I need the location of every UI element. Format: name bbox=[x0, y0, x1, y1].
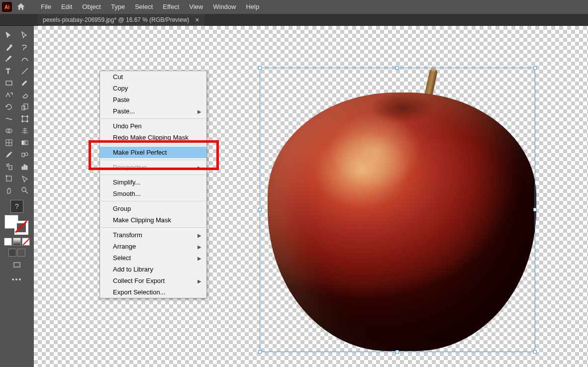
ctx-paste[interactable]: Paste bbox=[100, 94, 206, 105]
chevron-right-icon: ▶ bbox=[197, 108, 201, 114]
scale-tool[interactable] bbox=[17, 101, 32, 112]
document-tab[interactable]: pexels-pixabay-206959.jpg* @ 16.67 % (RG… bbox=[38, 14, 204, 26]
selection-tool[interactable] bbox=[1, 30, 16, 41]
stroke-swatch[interactable] bbox=[14, 221, 28, 235]
free-transform-tool[interactable] bbox=[17, 113, 32, 124]
edit-toolbar-icon[interactable]: ••• bbox=[12, 275, 22, 283]
perspective-grid-tool[interactable] bbox=[17, 125, 32, 136]
rotate-tool[interactable] bbox=[1, 101, 16, 112]
ctx-collect-for-export[interactable]: Collect For Export▶ bbox=[100, 275, 206, 286]
help-box[interactable]: ? bbox=[10, 200, 23, 213]
context-menu: Cut Copy Paste Paste...▶ Undo Pen Redo M… bbox=[99, 71, 207, 298]
apple-body bbox=[268, 92, 536, 351]
ctx-group[interactable]: Group bbox=[100, 203, 206, 214]
shape-builder-tool[interactable] bbox=[1, 125, 16, 136]
ctx-simplify[interactable]: Simplify... bbox=[100, 177, 206, 188]
line-tool[interactable] bbox=[17, 66, 32, 77]
apple-image bbox=[268, 68, 536, 351]
ctx-smooth[interactable]: Smooth... bbox=[100, 188, 206, 199]
tab-close-icon[interactable]: × bbox=[195, 16, 199, 24]
bbox-handle[interactable] bbox=[258, 350, 262, 354]
separator bbox=[101, 145, 205, 145]
separator bbox=[101, 227, 205, 228]
ctx-perspective: Perspective▶ bbox=[100, 162, 206, 173]
artboard-tool[interactable] bbox=[1, 173, 16, 184]
paintbrush-tool[interactable] bbox=[17, 78, 32, 89]
draw-behind[interactable] bbox=[17, 249, 25, 257]
toolbox: T ? ••• bbox=[0, 26, 34, 367]
svg-rect-3 bbox=[22, 106, 25, 110]
menu-help[interactable]: Help bbox=[241, 0, 264, 14]
svg-rect-24 bbox=[26, 166, 27, 170]
direct-selection-tool[interactable] bbox=[17, 30, 32, 41]
menu-edit[interactable]: Edit bbox=[56, 0, 77, 14]
tab-strip: pexels-pixabay-206959.jpg* @ 16.67 % (RG… bbox=[0, 14, 588, 26]
menu-select[interactable]: Select bbox=[130, 0, 158, 14]
separator bbox=[101, 175, 205, 175]
ctx-undo[interactable]: Undo Pen bbox=[100, 120, 206, 132]
blend-tool[interactable] bbox=[17, 149, 32, 160]
menu-effect[interactable]: Effect bbox=[158, 0, 184, 14]
menu-object[interactable]: Object bbox=[77, 0, 106, 14]
ctx-add-to-library[interactable]: Add to Library bbox=[100, 264, 206, 275]
lasso-tool[interactable] bbox=[17, 42, 32, 53]
menubar: Ai File Edit Object Type Select Effect V… bbox=[0, 0, 588, 14]
ctx-transform[interactable]: Transform▶ bbox=[100, 229, 206, 241]
chevron-right-icon: ▶ bbox=[197, 232, 201, 238]
ctx-copy[interactable]: Copy bbox=[100, 83, 206, 94]
svg-rect-2 bbox=[6, 81, 12, 85]
app-icon: Ai bbox=[2, 2, 12, 12]
tab-title: pexels-pixabay-206959.jpg* @ 16.67 % (RG… bbox=[43, 16, 189, 23]
svg-rect-5 bbox=[22, 116, 27, 121]
width-tool[interactable] bbox=[1, 113, 16, 124]
bbox-handle[interactable] bbox=[258, 66, 262, 70]
svg-point-21 bbox=[7, 166, 8, 167]
rectangle-tool[interactable] bbox=[1, 78, 16, 89]
column-graph-tool[interactable] bbox=[17, 161, 32, 172]
chevron-right-icon: ▶ bbox=[197, 278, 201, 283]
none-mode[interactable] bbox=[22, 238, 30, 246]
ctx-paste-sub[interactable]: Paste...▶ bbox=[100, 105, 206, 117]
color-mode-row bbox=[4, 238, 30, 246]
ctx-make-pixel-perfect[interactable]: Make Pixel Perfect bbox=[100, 147, 206, 158]
svg-point-7 bbox=[27, 116, 28, 117]
ctx-arrange[interactable]: Arrange▶ bbox=[100, 241, 206, 252]
eyedropper-tool[interactable] bbox=[1, 149, 16, 160]
shaper-tool[interactable] bbox=[1, 90, 16, 100]
screen-mode-row bbox=[8, 249, 25, 257]
zoom-tool[interactable] bbox=[17, 185, 32, 196]
curvature-tool[interactable] bbox=[17, 54, 32, 65]
svg-point-6 bbox=[22, 116, 23, 117]
svg-point-20 bbox=[8, 164, 9, 165]
ctx-select[interactable]: Select▶ bbox=[100, 252, 206, 264]
menu-file[interactable]: File bbox=[36, 0, 56, 14]
symbol-sprayer-tool[interactable] bbox=[1, 161, 16, 172]
color-mode[interactable] bbox=[4, 238, 12, 246]
mesh-tool[interactable] bbox=[1, 137, 16, 148]
eraser-tool[interactable] bbox=[17, 90, 32, 100]
screen-mode-tool[interactable] bbox=[9, 260, 24, 271]
home-icon[interactable] bbox=[16, 2, 26, 12]
chevron-right-icon: ▶ bbox=[197, 244, 201, 249]
menu-window[interactable]: Window bbox=[208, 0, 241, 14]
bbox-handle[interactable] bbox=[258, 208, 262, 211]
svg-point-28 bbox=[22, 187, 26, 191]
menu-view[interactable]: View bbox=[184, 0, 208, 14]
hand-tool[interactable] bbox=[1, 185, 16, 196]
ctx-redo[interactable]: Redo Make Clipping Mask bbox=[100, 132, 206, 143]
ctx-export-selection[interactable]: Export Selection... bbox=[100, 286, 206, 298]
menu-type[interactable]: Type bbox=[106, 0, 130, 14]
gradient-mode[interactable] bbox=[13, 238, 21, 246]
magic-wand-tool[interactable] bbox=[1, 42, 16, 53]
ctx-cut[interactable]: Cut bbox=[100, 71, 206, 83]
gradient-tool[interactable] bbox=[17, 137, 32, 148]
pen-tool[interactable] bbox=[1, 54, 16, 65]
separator bbox=[101, 160, 205, 160]
ctx-make-clipping-mask[interactable]: Make Clipping Mask bbox=[100, 214, 206, 226]
fill-stroke-swatch[interactable] bbox=[4, 215, 29, 235]
draw-normal[interactable] bbox=[8, 249, 16, 257]
svg-rect-30 bbox=[14, 263, 20, 267]
type-tool[interactable]: T bbox=[1, 66, 16, 77]
slice-tool[interactable] bbox=[17, 173, 32, 184]
svg-text:T: T bbox=[6, 67, 10, 75]
